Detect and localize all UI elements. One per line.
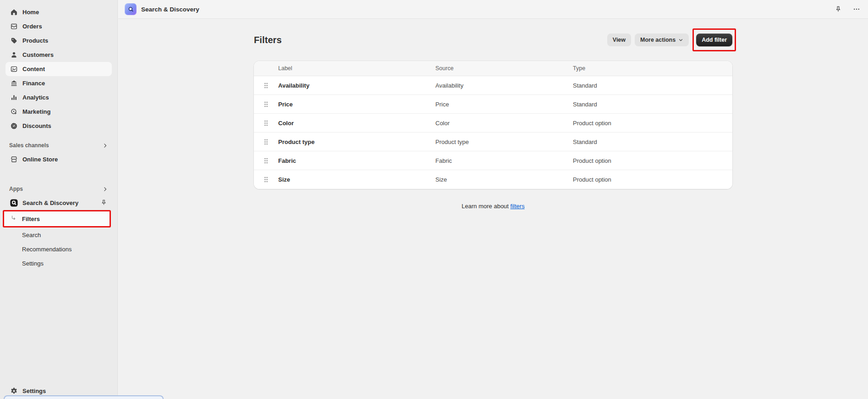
pin-icon[interactable] <box>100 199 107 206</box>
sales-channels-header[interactable]: Sales channels <box>5 139 112 151</box>
search-discovery-gradient-icon <box>125 3 137 15</box>
chevron-down-icon <box>678 38 683 43</box>
popup-window-edge <box>4 395 164 399</box>
table-row[interactable]: Fabric Fabric Product option <box>254 151 732 170</box>
discounts-icon <box>9 122 18 131</box>
filter-type: Standard <box>573 139 732 145</box>
filter-type: Product option <box>573 120 732 127</box>
drag-handle-icon[interactable] <box>254 139 278 145</box>
drag-handle-icon[interactable] <box>254 120 278 127</box>
table-row[interactable]: Availability Availability Standard <box>254 76 732 95</box>
home-icon <box>9 8 18 17</box>
sidebar-item-label: Products <box>22 37 48 44</box>
products-icon <box>9 36 18 45</box>
sidebar-item-discounts[interactable]: Discounts <box>5 119 112 133</box>
sidebar-item-label: Content <box>22 66 45 72</box>
view-button[interactable]: View <box>607 33 631 46</box>
drag-handle-icon[interactable] <box>254 101 278 108</box>
table-row[interactable]: Color Color Product option <box>254 114 732 133</box>
column-header-label: Label <box>278 65 435 72</box>
add-filter-button[interactable]: Add filter <box>696 33 732 46</box>
filter-label: Size <box>278 176 435 183</box>
filter-source: Product type <box>435 139 573 145</box>
filter-type: Product option <box>573 157 732 164</box>
sidebar-item-app-settings[interactable]: Settings <box>5 256 112 270</box>
chevron-right-icon <box>102 186 108 192</box>
sidebar-item-label: Online Store <box>22 156 58 163</box>
app-title: Search & Discovery <box>141 6 199 13</box>
filters-link[interactable]: filters <box>511 203 525 210</box>
page-title: Filters <box>254 35 282 45</box>
sidebar-item-label: Customers <box>22 51 54 58</box>
filter-label: Color <box>278 120 435 127</box>
sidebar-item-search[interactable]: Search <box>5 228 112 242</box>
sidebar-item-label: Filters <box>22 216 40 222</box>
more-menu-icon[interactable] <box>852 4 862 14</box>
sidebar-item-label: Home <box>22 9 39 16</box>
sub-arrow-icon <box>10 215 17 222</box>
sidebar: Home Orders Products Customers Content F… <box>0 0 118 399</box>
filter-label: Product type <box>278 139 435 145</box>
sidebar-item-label: Settings <box>22 388 46 394</box>
gear-icon <box>9 387 18 396</box>
content-icon <box>9 65 18 74</box>
search-discovery-app-icon <box>9 199 18 208</box>
table-row[interactable]: Price Price Standard <box>254 95 732 114</box>
sidebar-item-label: Search & Discovery <box>22 200 78 206</box>
annotation-filters-box: Filters <box>3 210 111 227</box>
filter-source: Color <box>435 120 573 127</box>
sidebar-item-label: Discounts <box>22 122 51 129</box>
sidebar-item-online-store[interactable]: Online Store <box>5 152 112 166</box>
analytics-icon <box>9 93 18 102</box>
table-row[interactable]: Size Size Product option <box>254 170 732 189</box>
sidebar-item-label: Search <box>22 232 41 238</box>
filters-table: Label Source Type Availability Availabil… <box>254 61 732 189</box>
store-icon <box>9 155 18 164</box>
apps-header[interactable]: Apps <box>5 183 112 195</box>
sidebar-item-recommendations[interactable]: Recommendations <box>5 242 112 256</box>
filter-label: Availability <box>278 82 435 89</box>
drag-handle-icon[interactable] <box>254 82 278 89</box>
sidebar-item-label: Settings <box>22 260 44 267</box>
filter-type: Standard <box>573 101 732 108</box>
filter-type: Standard <box>573 82 732 89</box>
drag-handle-icon[interactable] <box>254 176 278 183</box>
sidebar-item-analytics[interactable]: Analytics <box>5 90 112 105</box>
sidebar-item-orders[interactable]: Orders <box>5 19 112 33</box>
sales-channels-label: Sales channels <box>9 142 49 149</box>
sidebar-item-filters[interactable]: Filters <box>5 212 109 226</box>
annotation-add-filter-box: Add filter <box>692 28 736 51</box>
filter-source: Fabric <box>435 157 573 164</box>
sidebar-item-finance[interactable]: Finance <box>5 76 112 90</box>
sidebar-item-search-discovery-app[interactable]: Search & Discovery <box>5 196 112 210</box>
pin-icon[interactable] <box>833 4 843 14</box>
filter-label: Price <box>278 101 435 108</box>
finance-icon <box>9 79 18 88</box>
sidebar-item-marketing[interactable]: Marketing <box>5 105 112 119</box>
table-header-row: Label Source Type <box>254 61 732 76</box>
sidebar-item-products[interactable]: Products <box>5 33 112 48</box>
sidebar-item-label: Orders <box>22 23 42 30</box>
customers-icon <box>9 50 18 60</box>
filter-type: Product option <box>573 176 732 183</box>
chevron-right-icon <box>102 143 108 149</box>
table-row[interactable]: Product type Product type Standard <box>254 133 732 151</box>
sidebar-item-home[interactable]: Home <box>5 5 112 19</box>
filter-source: Size <box>435 176 573 183</box>
app-topbar: Search & Discovery <box>118 0 868 19</box>
more-actions-button[interactable]: More actions <box>635 33 689 46</box>
sidebar-item-content[interactable]: Content <box>5 62 112 76</box>
column-header-source: Source <box>435 65 573 72</box>
sidebar-item-label: Analytics <box>22 94 49 101</box>
marketing-icon <box>9 107 18 116</box>
drag-handle-icon[interactable] <box>254 157 278 164</box>
sidebar-item-label: Marketing <box>22 108 50 115</box>
sidebar-item-label: Recommendations <box>22 246 71 253</box>
page-header: Filters View More actions Add filter <box>254 28 732 52</box>
orders-icon <box>9 22 18 31</box>
apps-label: Apps <box>9 186 23 192</box>
sidebar-item-customers[interactable]: Customers <box>5 48 112 62</box>
main-area: Filters View More actions Add filter <box>118 19 868 399</box>
filter-source: Availability <box>435 82 573 89</box>
column-header-type: Type <box>573 65 732 72</box>
